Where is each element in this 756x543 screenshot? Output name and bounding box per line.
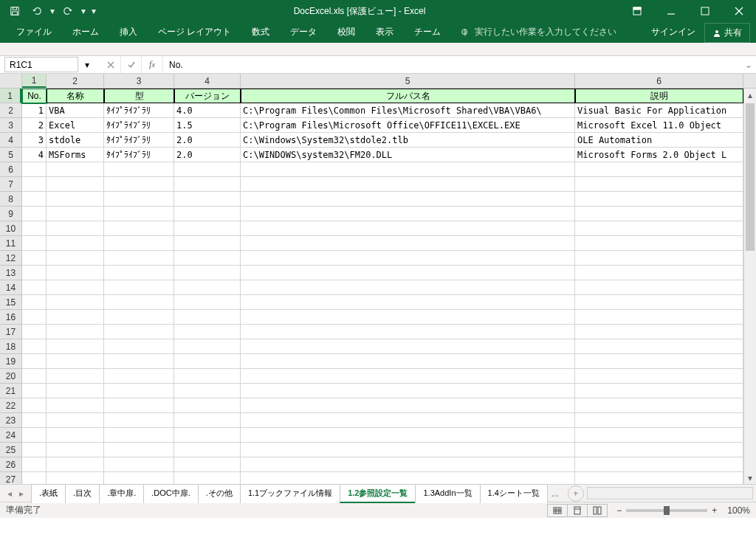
cell[interactable] xyxy=(104,221,174,236)
cell[interactable] xyxy=(47,457,104,472)
cell[interactable] xyxy=(47,354,104,369)
cell[interactable] xyxy=(174,310,241,325)
minimize-button[interactable] xyxy=(654,0,688,22)
cell[interactable]: Excel xyxy=(47,118,104,133)
cells-area[interactable]: No.名称型バージョンフルパス名説明1VBAﾀｲﾌﾟﾗｲﾌﾞﾗﾘ4.0C:\Pr… xyxy=(22,89,756,484)
scroll-down-icon[interactable]: ▾ xyxy=(744,471,756,484)
insert-function-button[interactable]: fx xyxy=(142,56,162,73)
cell[interactable] xyxy=(174,192,241,207)
cell[interactable] xyxy=(22,354,47,369)
row-header[interactable]: 8 xyxy=(0,192,21,207)
sheet-tab[interactable]: .目次 xyxy=(65,484,100,503)
cell[interactable]: 3 xyxy=(22,133,47,148)
save-icon[interactable] xyxy=(4,2,25,20)
cell[interactable] xyxy=(47,266,104,280)
cell[interactable] xyxy=(174,325,241,339)
cell[interactable] xyxy=(47,192,104,207)
cell[interactable] xyxy=(174,177,241,192)
sheet-tab[interactable]: .表紙 xyxy=(31,484,66,503)
row-header[interactable]: 27 xyxy=(0,472,21,484)
cell[interactable] xyxy=(22,428,47,443)
cell[interactable] xyxy=(575,457,743,472)
new-sheet-button[interactable]: + xyxy=(568,485,584,502)
cell[interactable] xyxy=(241,251,575,266)
cell[interactable] xyxy=(47,384,104,398)
cell[interactable] xyxy=(241,295,575,310)
cell[interactable] xyxy=(241,177,575,192)
sheet-tab[interactable]: 1.2参照設定一覧 xyxy=(340,484,416,503)
sheet-tab[interactable]: 1.3AddIn一覧 xyxy=(415,484,480,503)
tell-me-search[interactable]: 実行したい作業を入力してください xyxy=(451,21,625,43)
cell[interactable] xyxy=(575,384,743,398)
cell[interactable] xyxy=(575,398,743,413)
cell[interactable]: 1 xyxy=(22,103,47,118)
redo-dropdown-icon[interactable]: ▾ xyxy=(80,2,87,20)
zoom-level[interactable]: 100% xyxy=(727,505,750,516)
ribbon-tab-6[interactable]: 校閲 xyxy=(327,21,365,43)
qat-customize-icon[interactable]: ▾ xyxy=(89,2,99,20)
row-header[interactable]: 20 xyxy=(0,369,21,384)
cell[interactable] xyxy=(22,339,47,354)
cell[interactable]: 4 xyxy=(22,148,47,162)
cell[interactable] xyxy=(575,221,743,236)
row-header[interactable]: 14 xyxy=(0,280,21,295)
cell[interactable] xyxy=(22,162,47,177)
row-header[interactable]: 23 xyxy=(0,413,21,428)
cell[interactable] xyxy=(22,207,47,221)
cell[interactable] xyxy=(104,192,174,207)
row-header[interactable]: 18 xyxy=(0,339,21,354)
cell[interactable] xyxy=(174,266,241,280)
cell[interactable] xyxy=(575,472,743,484)
row-header[interactable]: 2 xyxy=(0,103,21,118)
cell[interactable] xyxy=(22,295,47,310)
cell[interactable] xyxy=(174,162,241,177)
cell[interactable] xyxy=(575,192,743,207)
cell[interactable] xyxy=(241,325,575,339)
cell[interactable] xyxy=(575,162,743,177)
cell[interactable] xyxy=(241,472,575,484)
cell[interactable] xyxy=(174,413,241,428)
scroll-thumb[interactable] xyxy=(746,103,755,251)
cell[interactable] xyxy=(47,310,104,325)
row-header[interactable]: 16 xyxy=(0,310,21,325)
cell[interactable] xyxy=(47,207,104,221)
cell[interactable]: ﾀｲﾌﾟﾗｲﾌﾞﾗﾘ xyxy=(104,148,174,162)
cell[interactable] xyxy=(104,443,174,457)
cell[interactable]: フルパス名 xyxy=(241,89,575,103)
cell[interactable] xyxy=(575,339,743,354)
cell[interactable] xyxy=(47,280,104,295)
normal-view-button[interactable] xyxy=(547,504,568,517)
cell[interactable] xyxy=(22,236,47,251)
cell[interactable] xyxy=(575,280,743,295)
cell[interactable]: stdole xyxy=(47,133,104,148)
ribbon-tab-8[interactable]: チーム xyxy=(404,21,451,43)
sheet-tabs-more[interactable]: ... xyxy=(547,485,563,502)
ribbon-tab-0[interactable]: ファイル xyxy=(6,21,62,43)
row-header[interactable]: 10 xyxy=(0,221,21,236)
cell[interactable] xyxy=(22,384,47,398)
cell[interactable] xyxy=(241,162,575,177)
name-box[interactable]: R1C1 xyxy=(4,57,78,72)
cell[interactable] xyxy=(174,221,241,236)
row-header[interactable]: 24 xyxy=(0,428,21,443)
cell[interactable] xyxy=(47,325,104,339)
cell[interactable] xyxy=(241,413,575,428)
row-header[interactable]: 15 xyxy=(0,295,21,310)
row-header[interactable]: 25 xyxy=(0,443,21,457)
zoom-slider[interactable] xyxy=(626,509,707,512)
cell[interactable] xyxy=(104,339,174,354)
row-header[interactable]: 3 xyxy=(0,118,21,133)
cell[interactable] xyxy=(104,325,174,339)
enter-formula-button[interactable] xyxy=(121,56,142,73)
cell[interactable] xyxy=(22,310,47,325)
cell[interactable] xyxy=(575,295,743,310)
ribbon-tab-2[interactable]: 挿入 xyxy=(109,21,148,43)
cell[interactable]: Microsoft Excel 11.0 Object xyxy=(575,118,743,133)
cell[interactable] xyxy=(174,443,241,457)
name-box-dropdown-icon[interactable]: ▾ xyxy=(81,56,93,73)
cell[interactable]: 4.0 xyxy=(174,103,241,118)
sheet-tab[interactable]: 1.1ブックファイル情報 xyxy=(240,484,340,503)
sheet-tab[interactable]: 1.4シート一覧 xyxy=(480,484,548,503)
sheet-tab[interactable]: .DOC中扉. xyxy=(143,484,199,503)
zoom-in-button[interactable]: + xyxy=(712,505,717,516)
